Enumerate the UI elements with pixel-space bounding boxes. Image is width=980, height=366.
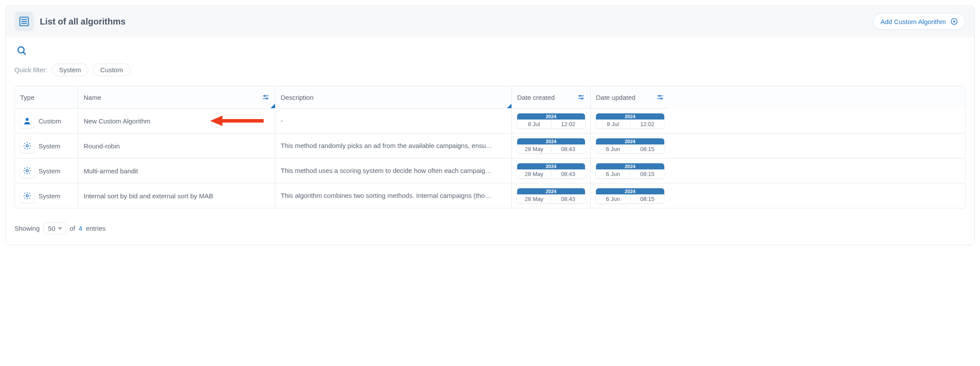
search-icon [16, 45, 27, 56]
col-date-updated[interactable]: Date updated [591, 86, 670, 109]
date-updated-cell: 20246 Jun08:15 [591, 134, 670, 158]
gear-icon [20, 189, 34, 203]
algorithms-panel: List of all algorithms Add Custom Algori… [5, 5, 975, 245]
date-badge: 20246 Jun08:15 [596, 188, 664, 203]
name-cell: Internal sort by bid and external sort b… [78, 183, 275, 208]
table-row[interactable]: SystemMulti-armed banditThis method uses… [15, 158, 965, 183]
date-day: 28 May [517, 171, 551, 177]
filter-chip-custom[interactable]: Custom [93, 63, 130, 76]
algorithm-name: Multi-armed bandit [84, 167, 138, 175]
date-day: 8 Jul [517, 121, 551, 127]
type-label: Custom [39, 117, 61, 125]
date-badge: 20246 Jun08:15 [596, 163, 664, 178]
date-time: 12:02 [631, 121, 665, 127]
col-name[interactable]: Name [78, 86, 275, 109]
date-time: 08:43 [551, 146, 585, 152]
date-badge: 20248 Jul12:02 [596, 113, 664, 128]
sliders-icon [262, 93, 270, 101]
svg-point-10 [264, 95, 265, 97]
type-label: System [39, 167, 60, 175]
table-row[interactable]: SystemInternal sort by bid and external … [15, 183, 965, 208]
date-year: 2024 [596, 188, 664, 194]
date-badge: 202428 May08:43 [517, 163, 585, 178]
svg-point-18 [659, 95, 660, 97]
add-button-label: Add Custom Algorithm [881, 18, 946, 25]
table-row[interactable]: SystemRound-robinThis method randomly pi… [15, 134, 965, 158]
svg-point-24 [26, 145, 28, 147]
filter-chip-system[interactable]: System [52, 63, 88, 76]
svg-point-16 [582, 98, 583, 99]
pagination: Showing 50 of 4 entries [14, 222, 966, 234]
date-created-cell: 202428 May08:43 [512, 183, 591, 208]
date-badge: 202428 May08:43 [517, 188, 585, 203]
entries-count: 4 [79, 225, 82, 232]
quick-filter-row: Quick filter: System Custom [14, 63, 966, 76]
date-created-cell: 20248 Jul12:02 [512, 109, 591, 133]
user-icon [20, 114, 34, 128]
plus-circle-icon [950, 18, 958, 25]
name-cell: Multi-armed bandit [78, 158, 275, 183]
date-time: 08:15 [631, 171, 665, 177]
type-cell: System [15, 134, 78, 158]
table-row[interactable]: CustomNew Custom Algorithm-20248 Jul12:0… [15, 109, 965, 134]
col-date-created-filter[interactable] [577, 93, 585, 101]
col-date-updated-label: Date updated [596, 94, 635, 101]
type-cell: System [15, 158, 78, 183]
arrow-annotation-icon [208, 115, 265, 127]
date-year: 2024 [517, 113, 585, 120]
col-description[interactable]: Description [275, 86, 512, 109]
col-description-label: Description [281, 94, 314, 101]
date-badge: 20248 Jul12:02 [517, 113, 585, 128]
svg-point-12 [266, 98, 268, 99]
page-title: List of all algorithms [40, 17, 126, 27]
type-label: System [39, 192, 60, 200]
col-date-updated-filter[interactable] [656, 93, 664, 101]
algorithm-name: Round-robin [84, 142, 120, 150]
algorithm-name: Internal sort by bid and external sort b… [84, 192, 213, 200]
date-year: 2024 [596, 163, 664, 169]
page-size-select[interactable]: 50 [43, 222, 67, 234]
description-cell: This method randomly picks an ad from th… [275, 134, 512, 158]
date-year: 2024 [517, 188, 585, 194]
col-name-filter[interactable] [262, 93, 270, 101]
date-year: 2024 [596, 138, 664, 144]
date-day: 28 May [517, 146, 551, 152]
date-time: 08:43 [551, 196, 585, 202]
date-badge: 202428 May08:43 [517, 138, 585, 153]
date-time: 08:15 [631, 196, 665, 202]
date-time: 12:02 [551, 121, 585, 127]
date-year: 2024 [517, 163, 585, 169]
page-size-value: 50 [48, 225, 56, 232]
type-label: System [39, 142, 60, 150]
search-row [14, 43, 966, 57]
col-date-created-label: Date created [517, 94, 555, 101]
quick-filter-label: Quick filter: [14, 66, 47, 74]
type-cell: System [15, 183, 78, 208]
svg-marker-23 [210, 116, 222, 126]
sort-indicator [507, 104, 511, 108]
name-cell: New Custom Algorithm [78, 109, 275, 133]
svg-point-25 [26, 170, 28, 172]
date-year: 2024 [596, 113, 664, 120]
sliders-icon [577, 93, 585, 101]
date-created-cell: 202428 May08:43 [512, 158, 591, 183]
algorithm-name: New Custom Algorithm [84, 117, 151, 125]
panel-header: List of all algorithms Add Custom Algori… [6, 6, 974, 37]
col-type-label: Type [20, 94, 35, 101]
svg-point-26 [26, 195, 28, 197]
col-type[interactable]: Type [15, 86, 78, 109]
search-button[interactable] [14, 43, 28, 57]
description-cell: This method uses a scoring system to dec… [275, 158, 512, 183]
of-label: of [70, 225, 75, 232]
date-day: 28 May [517, 196, 551, 202]
sliders-icon [656, 93, 664, 101]
svg-line-8 [23, 52, 25, 54]
date-updated-cell: 20246 Jun08:15 [591, 183, 670, 208]
date-time: 08:43 [551, 171, 585, 177]
col-date-created[interactable]: Date created [512, 86, 591, 109]
add-custom-algorithm-button[interactable]: Add Custom Algorithm [873, 13, 966, 30]
sort-indicator [271, 104, 275, 108]
date-day: 6 Jun [596, 171, 631, 177]
svg-point-20 [661, 98, 662, 99]
name-cell: Round-robin [78, 134, 275, 158]
